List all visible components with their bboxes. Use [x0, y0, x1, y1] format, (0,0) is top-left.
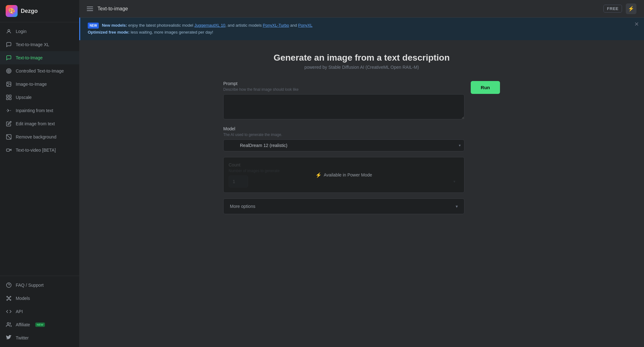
prompt-hint: Describe how the final image should look…: [223, 87, 464, 92]
svg-point-2: [8, 70, 10, 73]
person-icon: [6, 28, 12, 35]
sidebar-item-models[interactable]: Models: [0, 292, 79, 305]
juggernaut-link[interactable]: JuggernautXL 10: [194, 23, 225, 28]
svg-point-20: [7, 296, 8, 297]
sidebar-item-label: API: [16, 309, 23, 314]
page-title: Text-to-image: [97, 6, 128, 12]
models-icon: [6, 295, 12, 301]
sidebar-item-api[interactable]: API: [0, 305, 79, 318]
affiliate-icon: [6, 322, 12, 328]
main-content: Text-to-image FREE ⚡ NEW New models: enj…: [79, 0, 644, 347]
topbar: Text-to-image FREE ⚡: [79, 0, 644, 18]
new-badge: NEW: [35, 323, 45, 327]
sidebar-item-label: Twitter: [16, 335, 29, 340]
svg-line-14: [7, 135, 11, 139]
sidebar-item-upscale[interactable]: Upscale: [0, 91, 79, 104]
lightning-overlay-icon: ⚡: [315, 172, 322, 178]
model-hint: The AI used to generate the image.: [223, 133, 464, 137]
free-badge: FREE: [603, 5, 622, 13]
faq-icon: [6, 282, 12, 288]
sidebar-item-text-to-video[interactable]: Text-to-video [BETA]: [0, 144, 79, 157]
lightning-button[interactable]: ⚡: [626, 3, 636, 14]
sidebar-item-affiliate[interactable]: Affiliate NEW: [0, 318, 79, 331]
sidebar-item-label: Inpainting from text: [16, 108, 53, 113]
banner-close-button[interactable]: ✕: [634, 21, 639, 27]
more-options-section[interactable]: More options ▾: [223, 198, 464, 214]
svg-line-26: [9, 299, 10, 300]
license-link[interactable]: (CreativeML Open RAIL-M): [365, 65, 419, 70]
chat-icon: [6, 55, 12, 61]
sidebar-item-faq[interactable]: FAQ / Support: [0, 279, 79, 292]
svg-rect-15: [7, 149, 10, 151]
form-wrapper: Generate an image from a text descriptio…: [217, 40, 506, 227]
login-label: Login: [16, 29, 26, 34]
sidebar-bottom: FAQ / Support Models API: [0, 276, 79, 347]
svg-line-23: [8, 297, 9, 298]
app-name: Dezgo: [21, 8, 38, 14]
svg-point-18: [8, 298, 10, 299]
run-button[interactable]: Run: [471, 81, 500, 94]
twitter-icon: [6, 335, 12, 341]
svg-rect-6: [7, 95, 8, 97]
model-field: Model The AI used to generate the image.…: [223, 126, 464, 151]
svg-point-19: [10, 296, 11, 297]
banner-optimized-label: Optimized free mode:: [88, 30, 130, 35]
remove-bg-icon: [6, 134, 12, 140]
inpainting-icon: [6, 107, 12, 114]
sidebar-item-label: Affiliate: [16, 322, 30, 327]
sidebar-item-image-to-image[interactable]: Image-to-Image: [0, 78, 79, 91]
api-icon: [6, 308, 12, 315]
sidebar-item-inpainting[interactable]: Inpainting from text: [0, 104, 79, 117]
svg-point-27: [7, 323, 9, 324]
form-body: Prompt Describe how the final image shou…: [223, 81, 500, 214]
app-logo[interactable]: 🎨 Dezgo: [0, 0, 79, 22]
more-options-chevron-icon: ▾: [456, 204, 458, 209]
sidebar-item-text-to-image-xl[interactable]: Text-to-Image XL: [0, 38, 79, 51]
sidebar-item-label: Text-to-Image XL: [16, 42, 49, 47]
edit-icon: [6, 121, 12, 127]
svg-rect-9: [9, 98, 11, 100]
sidebar-item-text-to-image[interactable]: Text-to-Image: [0, 51, 79, 64]
sidebar-item-remove-bg[interactable]: Remove background: [0, 130, 79, 144]
sidebar-item-label: Remove background: [16, 134, 56, 139]
chat-icon-xl: [6, 41, 12, 48]
image-icon: [6, 81, 12, 87]
count-section: Count Number of images to generate 1 ▾ ⚡…: [223, 157, 464, 193]
sidebar-item-label: Text-to-video [BETA]: [16, 148, 56, 153]
model-label: Model: [223, 126, 464, 131]
form-subtitle: powered by Stable Diffusion AI (Creative…: [223, 65, 500, 70]
svg-rect-8: [7, 98, 8, 100]
sidebar-item-twitter[interactable]: Twitter: [0, 331, 79, 344]
hamburger-button[interactable]: [87, 7, 93, 11]
logo-icon: 🎨: [6, 5, 18, 17]
form-heading: Generate an image from a text descriptio…: [223, 53, 500, 70]
banner-new-tag: NEW: [88, 23, 99, 29]
sidebar-item-label: Upscale: [16, 95, 32, 100]
prompt-textarea[interactable]: [223, 94, 464, 119]
form-left: Prompt Describe how the final image shou…: [223, 81, 464, 214]
sidebar-item-label: Image-to-Image: [16, 82, 47, 87]
model-select-dropdown[interactable]: RealDream 12 (realistic): [223, 139, 464, 151]
svg-point-0: [8, 30, 10, 31]
topbar-right: FREE ⚡: [603, 3, 636, 14]
ponyxl-turbo-link[interactable]: PonyXL-Turbo: [263, 23, 289, 28]
sidebar-item-controlled-text-to-image[interactable]: Controlled Text-to-Image: [0, 64, 79, 78]
ponyxl-link[interactable]: PonyXL: [298, 23, 313, 28]
sidebar-nav: Login Text-to-Image XL Text-to-Image: [0, 22, 79, 276]
svg-line-25: [8, 299, 9, 300]
sidebar: 🎨 Dezgo Login Text-to-Image XL: [0, 0, 79, 347]
svg-line-24: [9, 297, 10, 298]
power-mode-label: Available in Power Mode: [324, 172, 372, 177]
sidebar-item-label: Controlled Text-to-Image: [16, 68, 64, 73]
sidebar-item-edit-image[interactable]: Edit image from text: [0, 117, 79, 130]
upscale-icon: [6, 94, 12, 100]
sidebar-item-label: Edit image from text: [16, 121, 55, 126]
svg-point-21: [7, 300, 8, 301]
count-power-mode-overlay: ⚡ Available in Power Mode: [224, 157, 464, 192]
video-icon: [6, 147, 12, 153]
sidebar-item-label: Models: [16, 296, 30, 301]
form-right: Run: [471, 81, 500, 214]
prompt-label: Prompt: [223, 81, 464, 86]
sidebar-item-login[interactable]: Login: [0, 25, 79, 38]
svg-point-22: [10, 300, 11, 301]
